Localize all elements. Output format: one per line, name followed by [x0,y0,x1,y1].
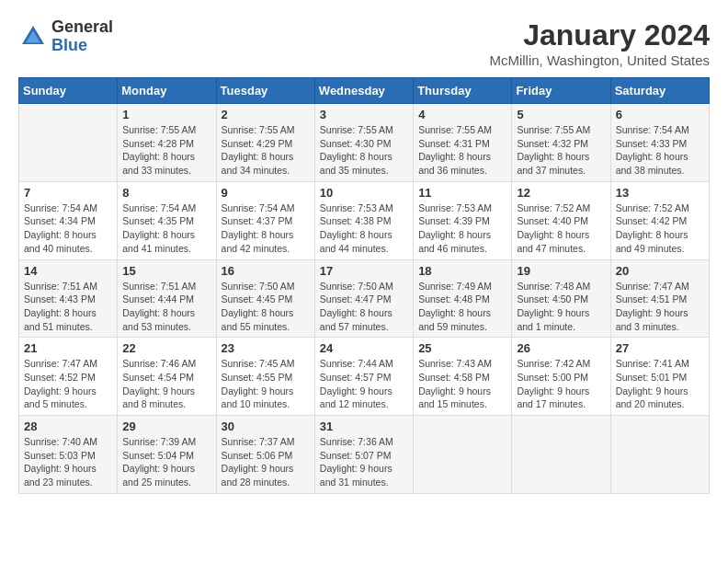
day-number: 3 [320,108,408,121]
calendar-cell: 12Sunrise: 7:52 AMSunset: 4:40 PMDayligh… [512,181,610,259]
cell-info: Sunrise: 7:43 AMSunset: 4:58 PMDaylight:… [418,357,506,411]
day-number: 14 [24,264,112,278]
week-row-3: 14Sunrise: 7:51 AMSunset: 4:43 PMDayligh… [19,259,710,338]
weekday-header-thursday: Thursday [414,78,512,104]
calendar-cell [414,416,512,494]
calendar-cell: 17Sunrise: 7:50 AMSunset: 4:47 PMDayligh… [314,259,413,338]
page-header: General Blue January 2024 McMillin, Wash… [18,18,710,68]
calendar-cell: 4Sunrise: 7:55 AMSunset: 4:31 PMDaylight… [414,104,512,182]
title-block: January 2024 McMillin, Washington, Unite… [489,18,710,68]
calendar-cell [19,104,118,182]
logo-icon [18,22,48,52]
day-number: 28 [24,419,112,433]
logo-text: General Blue [51,18,113,55]
day-number: 5 [517,108,605,121]
calendar-cell: 9Sunrise: 7:54 AMSunset: 4:37 PMDaylight… [216,181,314,259]
day-number: 29 [122,419,210,433]
calendar-cell: 28Sunrise: 7:40 AMSunset: 5:03 PMDayligh… [19,416,118,494]
day-number: 9 [222,186,310,200]
day-number: 8 [122,186,210,200]
week-row-4: 21Sunrise: 7:47 AMSunset: 4:52 PMDayligh… [19,338,710,416]
calendar-cell: 10Sunrise: 7:53 AMSunset: 4:38 PMDayligh… [314,181,413,259]
day-number: 13 [616,186,704,200]
day-number: 18 [418,264,506,278]
logo: General Blue [18,18,113,55]
cell-info: Sunrise: 7:47 AMSunset: 4:51 PMDaylight:… [616,280,704,334]
cell-info: Sunrise: 7:51 AMSunset: 4:43 PMDaylight:… [24,280,112,334]
cell-info: Sunrise: 7:53 AMSunset: 4:38 PMDaylight:… [320,201,408,256]
calendar-cell: 29Sunrise: 7:39 AMSunset: 5:04 PMDayligh… [118,416,216,494]
calendar-cell [512,416,610,494]
calendar-cell: 22Sunrise: 7:46 AMSunset: 4:54 PMDayligh… [118,338,216,416]
cell-info: Sunrise: 7:55 AMSunset: 4:31 PMDaylight:… [418,123,506,178]
day-number: 12 [517,186,605,200]
day-number: 4 [418,108,506,121]
calendar-cell: 16Sunrise: 7:50 AMSunset: 4:45 PMDayligh… [216,259,314,338]
calendar-cell: 11Sunrise: 7:53 AMSunset: 4:39 PMDayligh… [414,181,512,259]
calendar-cell: 24Sunrise: 7:44 AMSunset: 4:57 PMDayligh… [314,338,413,416]
cell-info: Sunrise: 7:55 AMSunset: 4:30 PMDaylight:… [320,123,408,178]
cell-info: Sunrise: 7:51 AMSunset: 4:44 PMDaylight:… [122,280,210,334]
day-number: 11 [418,186,506,200]
cell-info: Sunrise: 7:42 AMSunset: 5:00 PMDaylight:… [517,357,605,411]
calendar-table: SundayMondayTuesdayWednesdayThursdayFrid… [18,77,710,494]
day-number: 24 [320,341,408,355]
day-number: 6 [616,108,704,121]
weekday-header-wednesday: Wednesday [314,78,413,104]
cell-info: Sunrise: 7:54 AMSunset: 4:33 PMDaylight:… [616,123,704,178]
calendar-cell: 31Sunrise: 7:36 AMSunset: 5:07 PMDayligh… [314,416,413,494]
calendar-cell: 27Sunrise: 7:41 AMSunset: 5:01 PMDayligh… [610,338,709,416]
cell-info: Sunrise: 7:40 AMSunset: 5:03 PMDaylight:… [24,435,112,489]
calendar-cell: 23Sunrise: 7:45 AMSunset: 4:55 PMDayligh… [216,338,314,416]
cell-info: Sunrise: 7:41 AMSunset: 5:01 PMDaylight:… [616,357,704,411]
calendar-cell: 26Sunrise: 7:42 AMSunset: 5:00 PMDayligh… [512,338,610,416]
day-number: 31 [320,419,408,433]
day-number: 27 [616,341,704,355]
cell-info: Sunrise: 7:54 AMSunset: 4:37 PMDaylight:… [222,201,310,256]
day-number: 1 [122,108,210,121]
cell-info: Sunrise: 7:37 AMSunset: 5:06 PMDaylight:… [222,435,310,489]
cell-info: Sunrise: 7:54 AMSunset: 4:34 PMDaylight:… [24,201,112,256]
week-row-1: 1Sunrise: 7:55 AMSunset: 4:28 PMDaylight… [19,104,710,182]
calendar-cell: 6Sunrise: 7:54 AMSunset: 4:33 PMDaylight… [610,104,709,182]
calendar-cell: 8Sunrise: 7:54 AMSunset: 4:35 PMDaylight… [118,181,216,259]
day-number: 7 [24,186,112,200]
header-row: SundayMondayTuesdayWednesdayThursdayFrid… [19,78,710,104]
logo-general: General [51,18,113,37]
cell-info: Sunrise: 7:55 AMSunset: 4:32 PMDaylight:… [517,123,605,178]
cell-info: Sunrise: 7:36 AMSunset: 5:07 PMDaylight:… [320,435,408,489]
cell-info: Sunrise: 7:45 AMSunset: 4:55 PMDaylight:… [222,357,310,411]
cell-info: Sunrise: 7:48 AMSunset: 4:50 PMDaylight:… [517,280,605,334]
calendar-cell [610,416,709,494]
location: McMillin, Washington, United States [489,52,710,68]
day-number: 25 [418,341,506,355]
day-number: 26 [517,341,605,355]
weekday-header-sunday: Sunday [19,78,118,104]
calendar-cell: 14Sunrise: 7:51 AMSunset: 4:43 PMDayligh… [19,259,118,338]
day-number: 19 [517,264,605,278]
calendar-cell: 3Sunrise: 7:55 AMSunset: 4:30 PMDaylight… [314,104,413,182]
weekday-header-friday: Friday [512,78,610,104]
day-number: 30 [222,419,310,433]
cell-info: Sunrise: 7:46 AMSunset: 4:54 PMDaylight:… [122,357,210,411]
calendar-cell: 13Sunrise: 7:52 AMSunset: 4:42 PMDayligh… [610,181,709,259]
cell-info: Sunrise: 7:55 AMSunset: 4:28 PMDaylight:… [122,123,210,178]
day-number: 10 [320,186,408,200]
cell-info: Sunrise: 7:55 AMSunset: 4:29 PMDaylight:… [222,123,310,178]
calendar-cell: 21Sunrise: 7:47 AMSunset: 4:52 PMDayligh… [19,338,118,416]
cell-info: Sunrise: 7:50 AMSunset: 4:45 PMDaylight:… [222,280,310,334]
cell-info: Sunrise: 7:54 AMSunset: 4:35 PMDaylight:… [122,201,210,256]
day-number: 17 [320,264,408,278]
calendar-cell: 5Sunrise: 7:55 AMSunset: 4:32 PMDaylight… [512,104,610,182]
cell-info: Sunrise: 7:53 AMSunset: 4:39 PMDaylight:… [418,201,506,256]
weekday-header-monday: Monday [118,78,216,104]
day-number: 15 [122,264,210,278]
weekday-header-saturday: Saturday [610,78,709,104]
calendar-cell: 7Sunrise: 7:54 AMSunset: 4:34 PMDaylight… [19,181,118,259]
calendar-cell: 2Sunrise: 7:55 AMSunset: 4:29 PMDaylight… [216,104,314,182]
calendar-cell: 18Sunrise: 7:49 AMSunset: 4:48 PMDayligh… [414,259,512,338]
cell-info: Sunrise: 7:52 AMSunset: 4:40 PMDaylight:… [517,201,605,256]
cell-info: Sunrise: 7:50 AMSunset: 4:47 PMDaylight:… [320,280,408,334]
day-number: 23 [222,341,310,355]
logo-blue: Blue [51,37,113,55]
